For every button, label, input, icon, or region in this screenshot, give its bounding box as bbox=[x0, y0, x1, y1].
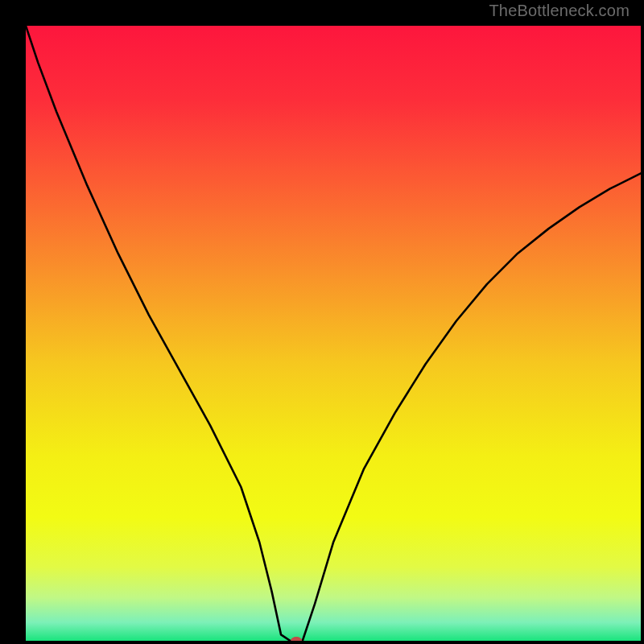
chart-frame bbox=[11, 11, 633, 633]
watermark-text: TheBottleneck.com bbox=[489, 2, 630, 20]
chart-plot bbox=[26, 26, 641, 641]
chart-background bbox=[26, 26, 641, 641]
